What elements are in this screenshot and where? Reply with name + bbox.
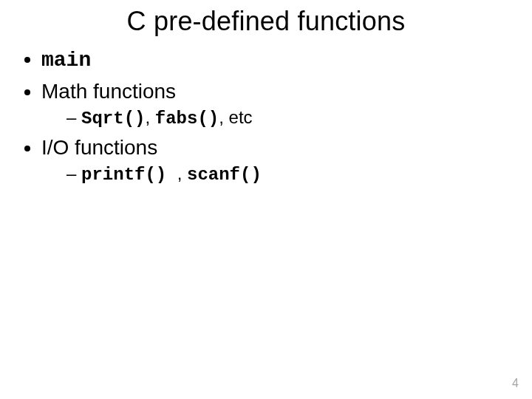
sep: , bbox=[177, 163, 187, 183]
printf-code: printf() bbox=[81, 165, 177, 185]
page-number: 4 bbox=[512, 377, 519, 390]
sep: , bbox=[145, 107, 154, 127]
etc-text: , etc bbox=[219, 107, 252, 127]
scanf-code: scanf() bbox=[187, 165, 262, 185]
slide-title: C pre-defined functions bbox=[0, 0, 532, 37]
io-functions-label: I/O functions bbox=[41, 136, 157, 159]
io-sub-item: printf() , scanf() bbox=[66, 163, 532, 187]
math-sublist: Sqrt(), fabs(), etc bbox=[41, 106, 532, 131]
bullet-math-functions: Math functions Sqrt(), fabs(), etc bbox=[41, 78, 532, 131]
sqrt-code: Sqrt() bbox=[81, 109, 145, 129]
slide: C pre-defined functions main Math functi… bbox=[0, 0, 532, 399]
bullet-io-functions: I/O functions printf() , scanf() bbox=[41, 134, 532, 187]
bullet-list: main Math functions Sqrt(), fabs(), etc … bbox=[0, 46, 532, 187]
math-functions-label: Math functions bbox=[41, 80, 176, 103]
main-code: main bbox=[41, 49, 91, 72]
math-sub-item: Sqrt(), fabs(), etc bbox=[66, 106, 532, 131]
io-sublist: printf() , scanf() bbox=[41, 163, 532, 187]
bullet-main: main bbox=[41, 46, 532, 74]
fabs-code: fabs() bbox=[155, 109, 219, 129]
